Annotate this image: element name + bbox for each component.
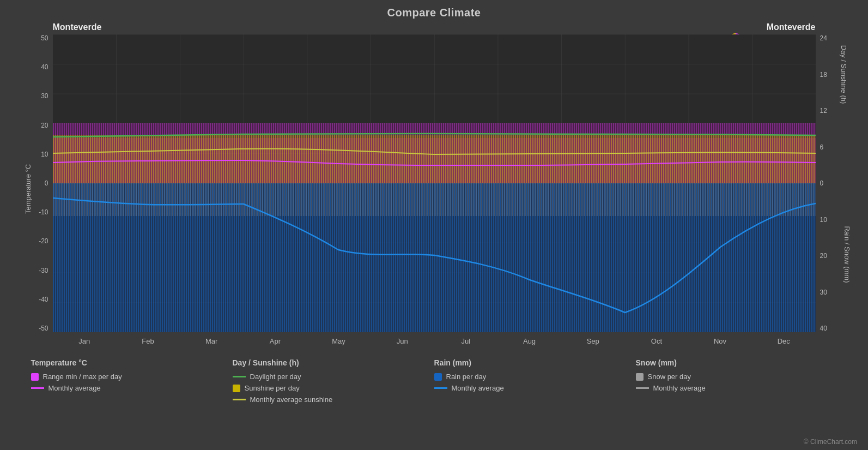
y-tick-right-0: 24 bbox=[820, 34, 827, 42]
x-label-feb: Feb bbox=[116, 337, 180, 345]
y-tick-right-5: 10 bbox=[820, 216, 827, 224]
location-label-left: Monteverde bbox=[53, 21, 102, 32]
x-label-jan: Jan bbox=[53, 337, 117, 345]
legend-label-temp-range: Range min / max per day bbox=[43, 373, 122, 381]
legend-section-rain: Rain (mm) Rain per day Monthly average bbox=[434, 358, 636, 404]
y-tick-right-6: 20 bbox=[820, 252, 827, 260]
temp-range-swatch bbox=[31, 373, 39, 381]
x-axis-labels: Jan Feb Mar Apr May Jun Jul Aug Sep Oct … bbox=[53, 337, 816, 345]
legend-label-snow-avg: Monthly average bbox=[653, 384, 706, 392]
x-label-sep: Sep bbox=[561, 337, 625, 345]
page-container: Compare Climate Monteverde Monteverde Cl… bbox=[0, 0, 868, 450]
legend-label-sunshine-avg: Monthly average sunshine bbox=[250, 395, 333, 404]
y-tick-left-6: -10 bbox=[39, 208, 48, 216]
snow-avg-swatch bbox=[636, 387, 649, 389]
y-tick-right-8: 40 bbox=[820, 325, 827, 332]
rain-day-swatch bbox=[434, 373, 442, 381]
legend-item-temp-avg: Monthly average bbox=[31, 384, 233, 392]
legend-title-snow: Snow (mm) bbox=[636, 358, 837, 367]
right-axis-label-sunshine: Day / Sunshine (h) bbox=[840, 45, 848, 104]
y-tick-left-0: 50 bbox=[41, 34, 48, 42]
sunshine-day-swatch bbox=[233, 385, 240, 392]
daylight-swatch bbox=[233, 376, 246, 377]
temp-avg-swatch bbox=[31, 387, 44, 389]
legend-title-rain: Rain (mm) bbox=[434, 358, 636, 367]
legend-label-sunshine-day: Sunshine per day bbox=[245, 384, 300, 392]
y-tick-right-7: 30 bbox=[820, 289, 827, 296]
x-label-jul: Jul bbox=[434, 337, 498, 345]
y-tick-left-3: 20 bbox=[41, 122, 48, 129]
legend-label-rain-avg: Monthly average bbox=[452, 384, 504, 392]
legend-item-snow-avg: Monthly average bbox=[636, 384, 837, 392]
x-label-oct: Oct bbox=[625, 337, 689, 345]
legend-item-sunshine-avg: Monthly average sunshine bbox=[233, 395, 434, 404]
rain-avg-swatch bbox=[434, 387, 447, 389]
legend-label-daylight: Daylight per day bbox=[250, 373, 301, 381]
snow-day-swatch bbox=[636, 373, 644, 381]
legend-section-temperature: Temperature °C Range min / max per day M… bbox=[31, 358, 233, 404]
chart-area: Monteverde Monteverde ClimeChart.com Cli… bbox=[20, 21, 848, 349]
y-tick-left-7: -20 bbox=[39, 237, 48, 245]
legend-item-rain-day: Rain per day bbox=[434, 373, 636, 381]
x-label-mar: Mar bbox=[180, 337, 244, 345]
y-tick-right-4: 0 bbox=[820, 179, 824, 187]
y-tick-left-2: 30 bbox=[41, 92, 48, 100]
y-tick-right-3: 6 bbox=[820, 143, 824, 151]
location-label-right: Monteverde bbox=[767, 21, 816, 32]
legend-title-temperature: Temperature °C bbox=[31, 358, 233, 367]
legend-label-snow-day: Snow per day bbox=[648, 373, 691, 381]
x-label-jun: Jun bbox=[371, 337, 434, 345]
y-tick-left-8: -30 bbox=[39, 267, 48, 274]
right-axis-label-rain: Rain / Snow (mm) bbox=[843, 226, 851, 283]
x-label-apr: Apr bbox=[244, 337, 307, 345]
y-tick-right-2: 12 bbox=[820, 107, 827, 115]
legend-item-sunshine-day: Sunshine per day bbox=[233, 384, 434, 392]
legend-item-temp-range: Range min / max per day bbox=[31, 373, 233, 381]
legend-item-daylight: Daylight per day bbox=[233, 373, 434, 381]
legend-section-snow: Snow (mm) Snow per day Monthly average bbox=[636, 358, 837, 404]
x-label-may: May bbox=[307, 337, 371, 345]
left-axis-label: Temperature °C bbox=[23, 164, 32, 214]
svg-rect-38 bbox=[53, 183, 816, 216]
page-title: Compare Climate bbox=[387, 7, 481, 19]
legend-section-sunshine: Day / Sunshine (h) Daylight per day Suns… bbox=[233, 358, 434, 404]
legend-item-snow-day: Snow per day bbox=[636, 373, 837, 381]
y-tick-left-9: -40 bbox=[39, 296, 48, 303]
y-tick-left-4: 10 bbox=[41, 151, 48, 158]
y-tick-left-5: 0 bbox=[45, 179, 48, 187]
legend-area: Temperature °C Range min / max per day M… bbox=[20, 349, 848, 404]
legend-label-temp-avg: Monthly average bbox=[48, 384, 101, 392]
x-label-nov: Nov bbox=[688, 337, 752, 345]
x-label-aug: Aug bbox=[497, 337, 561, 345]
y-tick-left-1: 40 bbox=[41, 63, 48, 71]
legend-item-rain-avg: Monthly average bbox=[434, 384, 636, 392]
legend-title-sunshine: Day / Sunshine (h) bbox=[233, 358, 434, 367]
svg-rect-35 bbox=[53, 135, 816, 183]
legend-label-rain-day: Rain per day bbox=[446, 373, 487, 381]
sunshine-avg-swatch bbox=[233, 399, 246, 400]
y-tick-left-10: -50 bbox=[39, 325, 48, 332]
main-chart-svg bbox=[53, 34, 816, 332]
y-tick-right-1: 18 bbox=[820, 71, 827, 79]
x-label-dec: Dec bbox=[752, 337, 816, 345]
copyright-label: © ClimeChart.com bbox=[804, 438, 857, 446]
